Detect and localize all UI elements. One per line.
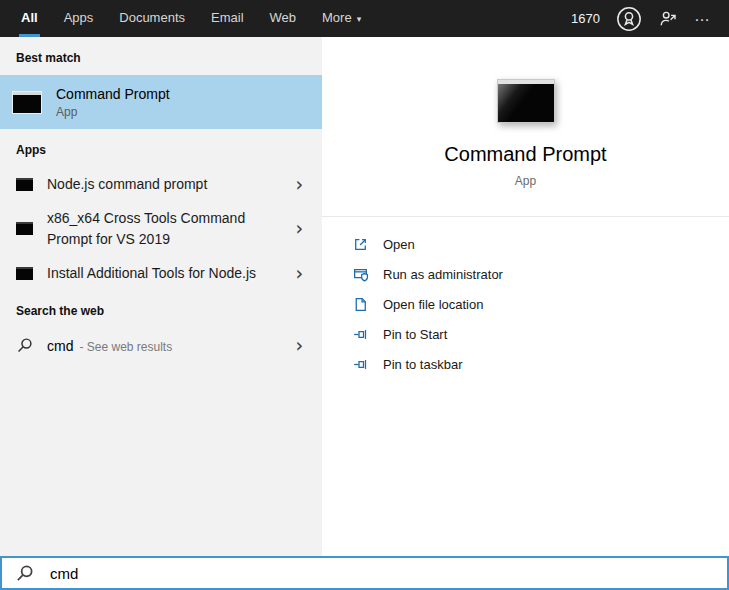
command-prompt-large-icon: [497, 79, 555, 123]
best-match-text: Command Prompt App: [56, 86, 170, 119]
web-result-item[interactable]: cmd- See web results ›: [0, 328, 322, 363]
action-label: Pin to Start: [383, 327, 447, 342]
rewards-medal-icon[interactable]: [616, 6, 642, 32]
best-match-item[interactable]: Command Prompt App: [0, 75, 322, 129]
pin-icon: [352, 326, 369, 343]
more-options-ellipsis[interactable]: …: [694, 7, 711, 31]
chevron-right-icon: ›: [295, 175, 312, 194]
search-results-area: Best match Command Prompt App Apps Node.…: [0, 37, 729, 556]
preview-panel: Command Prompt App Open Run as administr…: [322, 37, 729, 556]
pin-icon: [352, 356, 369, 373]
chevron-down-icon: ▾: [357, 14, 362, 24]
preview-subtitle: App: [515, 174, 536, 188]
tab-documents[interactable]: Documents: [106, 0, 198, 37]
action-label: Run as administrator: [383, 267, 503, 282]
action-pin-to-taskbar[interactable]: Pin to taskbar: [352, 349, 729, 379]
results-panel: Best match Command Prompt App Apps Node.…: [0, 37, 322, 556]
tab-email[interactable]: Email: [198, 0, 257, 37]
rewards-points[interactable]: 1670: [571, 11, 600, 26]
terminal-icon: [16, 178, 33, 191]
terminal-icon: [16, 267, 33, 280]
topbar-right: 1670 …: [571, 0, 729, 37]
app-label: Install Additional Tools for Node.js: [47, 263, 256, 283]
windows-search-flyout: All Apps Documents Email Web More▾ 1670 …: [0, 0, 729, 590]
search-icon: [16, 337, 33, 354]
action-label: Open: [383, 237, 415, 252]
app-list-item-install-node-tools[interactable]: Install Additional Tools for Node.js ›: [0, 256, 322, 290]
tab-more[interactable]: More▾: [309, 0, 374, 37]
app-label: x86_x64 Cross Tools Command Prompt for V…: [47, 208, 269, 249]
chevron-right-icon: ›: [295, 264, 312, 283]
search-icon: [15, 564, 34, 583]
tab-apps[interactable]: Apps: [51, 0, 107, 37]
app-list-item-nodejs-prompt[interactable]: Node.js command prompt ›: [0, 167, 322, 201]
app-label: Node.js command prompt: [47, 174, 207, 194]
tab-web[interactable]: Web: [257, 0, 310, 37]
web-suffix: - See web results: [79, 340, 172, 354]
search-filter-tabs: All Apps Documents Email Web More▾: [8, 0, 374, 37]
open-icon: [352, 236, 369, 253]
tab-all[interactable]: All: [8, 0, 51, 37]
feedback-icon[interactable]: [658, 9, 678, 29]
action-run-as-administrator[interactable]: Run as administrator: [352, 259, 729, 289]
web-query: cmd: [47, 338, 73, 354]
action-label: Open file location: [383, 297, 483, 312]
tab-more-label: More: [322, 10, 352, 25]
command-prompt-icon: [12, 91, 42, 114]
apps-header: Apps: [0, 129, 322, 167]
chevron-right-icon: ›: [295, 336, 312, 355]
best-match-subtitle: App: [56, 105, 170, 119]
search-web-header: Search the web: [0, 290, 322, 328]
topbar: All Apps Documents Email Web More▾ 1670 …: [0, 0, 729, 37]
action-open[interactable]: Open: [352, 229, 729, 259]
app-list-item-vs-cross-tools[interactable]: x86_x64 Cross Tools Command Prompt for V…: [0, 201, 322, 256]
web-result-text: cmd- See web results: [47, 337, 172, 355]
chevron-right-icon: ›: [295, 219, 312, 238]
search-bar[interactable]: [0, 556, 729, 590]
action-list: Open Run as administrator Open file loca…: [322, 217, 729, 379]
admin-shield-icon: [352, 266, 369, 283]
action-open-file-location[interactable]: Open file location: [352, 289, 729, 319]
best-match-title: Command Prompt: [56, 86, 170, 102]
terminal-icon: [16, 222, 33, 235]
preview-title: Command Prompt: [444, 143, 606, 166]
best-match-header: Best match: [0, 37, 322, 75]
search-input[interactable]: [50, 565, 727, 582]
action-pin-to-start[interactable]: Pin to Start: [352, 319, 729, 349]
action-label: Pin to taskbar: [383, 357, 463, 372]
file-location-icon: [352, 296, 369, 313]
